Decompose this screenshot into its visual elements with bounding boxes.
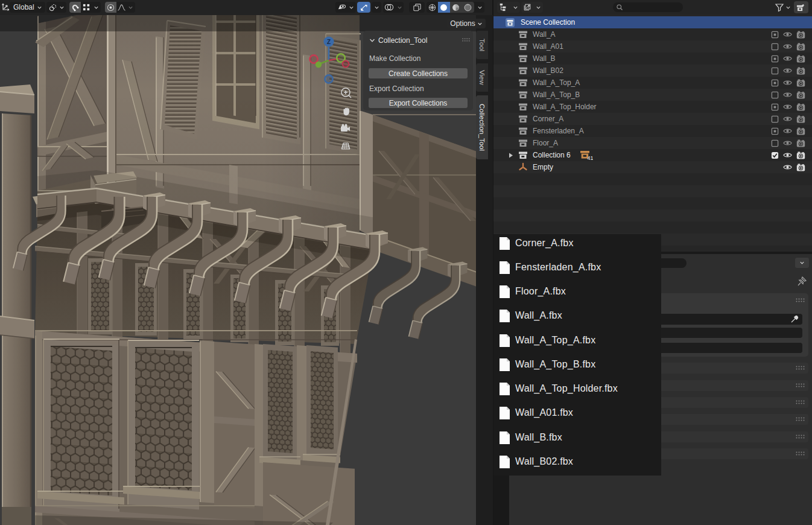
svg-text:Z: Z	[327, 39, 331, 45]
svg-text:41: 41	[587, 155, 593, 161]
